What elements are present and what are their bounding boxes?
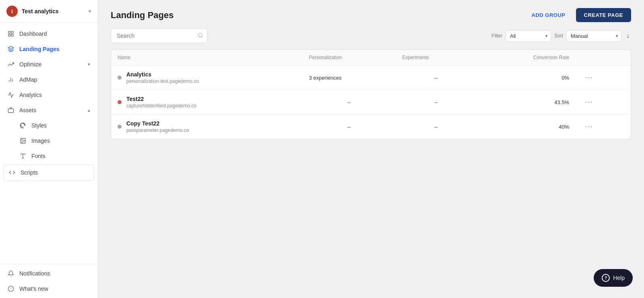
avatar: I [6, 6, 18, 17]
cell-personalization: 3 experiences [303, 66, 396, 90]
page-url: capturehiddenfield.pagedemo.co [126, 103, 196, 109]
row-more-button[interactable]: ··· [582, 121, 596, 132]
sort-label: Sort [554, 33, 563, 39]
cell-experiments: -- [396, 90, 476, 115]
palette-icon [19, 122, 27, 129]
info-circle-icon [7, 285, 14, 292]
bar-chart-icon [7, 76, 14, 83]
cell-more: ··· [576, 115, 631, 139]
col-personalization: Personalization [303, 50, 396, 66]
add-group-button[interactable]: ADD GROUP [526, 9, 571, 21]
help-button[interactable]: ? Help [594, 269, 633, 287]
svg-point-16 [198, 33, 202, 37]
sidebar-item-label: Notifications [19, 270, 90, 277]
sidebar-item-whats-new[interactable]: What's new [0, 281, 97, 296]
activity-icon [7, 91, 14, 99]
status-dot [118, 76, 122, 80]
filter-label: Filter [491, 33, 502, 39]
page-title: Landing Pages [111, 10, 173, 21]
sidebar-item-label: Landing Pages [19, 46, 90, 52]
status-dot [118, 100, 122, 104]
cell-more: ··· [576, 66, 631, 90]
filter-select[interactable]: All Published Unpublished [506, 30, 551, 42]
content-area: Filter All Published Unpublished Sort Ma… [98, 29, 644, 298]
sidebar-item-fonts[interactable]: Fonts [0, 148, 97, 164]
sidebar-item-dashboard[interactable]: Dashboard [0, 26, 97, 41]
help-label: Help [613, 275, 625, 281]
sidebar-item-label: Images [31, 138, 90, 144]
search-wrapper [111, 29, 207, 43]
grid-icon [7, 30, 14, 37]
trending-up-icon [7, 61, 14, 68]
sidebar-item-analytics[interactable]: Analytics [0, 87, 97, 103]
col-name: Name [111, 50, 303, 66]
cell-name: Test22 capturehiddenfield.pagedemo.co [111, 90, 303, 115]
table-header-row: Name Personalization Experiments Convers… [111, 50, 631, 66]
cell-name: Analytics personalization-test.pagedemo.… [111, 66, 303, 90]
sidebar-item-label: Analytics [19, 92, 90, 98]
sidebar-item-assets[interactable]: Assets ▴ [0, 103, 97, 118]
filter-select-wrapper: All Published Unpublished [506, 30, 551, 42]
cell-name: Copy Test22 passparameter.pagedemo.co [111, 115, 303, 139]
svg-rect-0 [8, 31, 10, 33]
filter-sort-group: Filter All Published Unpublished Sort Ma… [491, 30, 631, 42]
main-content: Landing Pages ADD GROUP CREATE PAGE Filt… [98, 0, 644, 298]
sidebar-item-label: Fonts [31, 153, 90, 159]
toolbar: Filter All Published Unpublished Sort Ma… [111, 29, 631, 43]
col-experiments: Experiments [396, 50, 476, 66]
svg-rect-2 [8, 34, 10, 36]
search-input[interactable] [111, 29, 207, 43]
cell-conversion-rate: 43.5% [477, 90, 576, 115]
workspace-title: Test analytics [22, 8, 85, 14]
sidebar-item-notifications[interactable]: Notifications [0, 266, 97, 281]
sidebar-item-label: Scripts [21, 169, 89, 176]
col-actions [576, 50, 631, 66]
sidebar: I Test analytics ▾ Dashboard Landing Pag… [0, 0, 98, 298]
cell-more: ··· [576, 90, 631, 115]
create-page-button[interactable]: CREATE PAGE [576, 8, 631, 22]
page-name: Test22 [126, 96, 196, 102]
sidebar-bottom: Notifications What's new [0, 264, 97, 298]
sidebar-item-label: Assets [19, 107, 83, 113]
sidebar-item-styles[interactable]: Styles [0, 118, 97, 133]
sidebar-item-images[interactable]: Images [0, 133, 97, 148]
svg-marker-4 [8, 46, 13, 49]
sidebar-item-scripts[interactable]: Scripts [3, 164, 94, 181]
bell-icon [7, 270, 14, 277]
sidebar-item-label: Optimize [19, 61, 83, 68]
status-dot [118, 125, 122, 129]
sidebar-item-label: What's new [19, 286, 90, 292]
page-name: Copy Test22 [126, 120, 189, 127]
sidebar-item-optimize[interactable]: Optimize ▾ [0, 57, 97, 72]
cell-conversion-rate: 0% [477, 66, 576, 90]
search-icon [198, 33, 203, 39]
sidebar-item-admap[interactable]: AdMap [0, 72, 97, 87]
cell-experiments: -- [396, 66, 476, 90]
sort-direction-button[interactable]: ↓ [625, 31, 631, 41]
sort-select[interactable]: Manual Name Date Conversion Rate [566, 30, 621, 42]
svg-rect-3 [11, 34, 13, 36]
help-circle-icon: ? [602, 274, 610, 282]
code-icon [8, 169, 16, 176]
svg-point-10 [22, 140, 23, 140]
svg-rect-1 [11, 31, 13, 33]
sidebar-item-landing-pages[interactable]: Landing Pages [0, 41, 97, 57]
row-more-button[interactable]: ··· [582, 97, 596, 107]
sidebar-item-label: Styles [31, 122, 90, 129]
sidebar-item-label: Dashboard [19, 31, 90, 37]
sidebar-nav: Dashboard Landing Pages Optimize ▾ AdMap [0, 23, 97, 264]
page-header: Landing Pages ADD GROUP CREATE PAGE [98, 0, 644, 29]
table-row: Test22 capturehiddenfield.pagedemo.co --… [111, 90, 631, 115]
briefcase-icon [7, 107, 14, 114]
table-row: Copy Test22 passparameter.pagedemo.co --… [111, 115, 631, 139]
table-row: Analytics personalization-test.pagedemo.… [111, 66, 631, 90]
svg-line-17 [202, 36, 203, 37]
image-icon [19, 137, 27, 144]
row-more-button[interactable]: ··· [582, 72, 596, 83]
workspace-selector[interactable]: I Test analytics ▾ [0, 0, 97, 23]
sidebar-item-label: AdMap [19, 76, 90, 83]
chevron-down-icon: ▾ [89, 8, 91, 14]
cell-experiments: -- [396, 115, 476, 139]
svg-rect-8 [8, 109, 13, 113]
page-url: passparameter.pagedemo.co [126, 127, 189, 133]
